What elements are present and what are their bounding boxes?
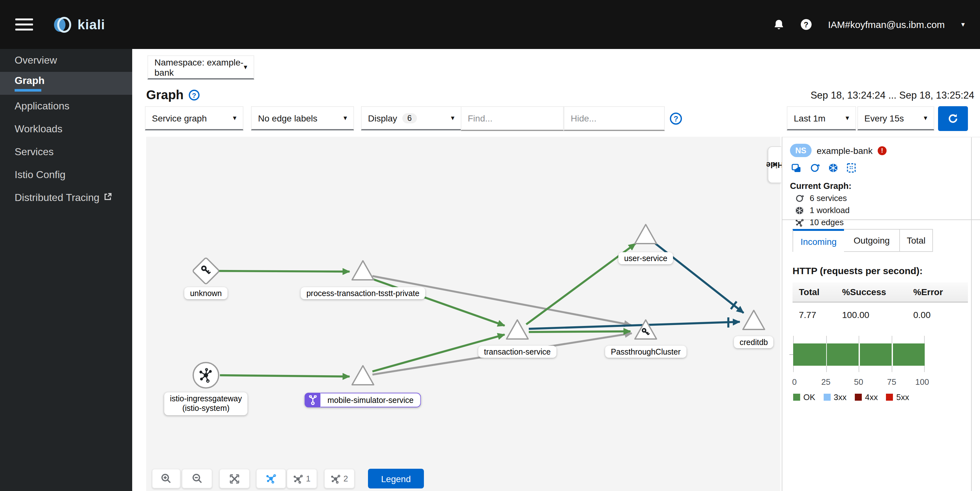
node-label-creditdb[interactable]: creditdb <box>734 336 774 348</box>
http-rps-title: HTTP (requests per second): <box>792 265 972 276</box>
layout-1-button[interactable]: 1 <box>286 469 317 488</box>
display-caret-icon: ▾ <box>451 114 454 122</box>
help-icon[interactable]: ? <box>801 19 811 30</box>
hide-panel-tab[interactable]: » Hide <box>768 146 781 183</box>
duration-dropdown[interactable]: Last 1m▾ <box>787 106 856 131</box>
summary-panel: NS example-bank ! <box>782 137 980 491</box>
graph-layout-icon <box>331 473 341 484</box>
node-istio-ingressgateway[interactable] <box>193 362 219 388</box>
sidebar-item-applications[interactable]: Applications <box>0 95 132 118</box>
time-range-label: Sep 18, 13:24:24 ... Sep 18, 13:25:24 <box>811 90 974 101</box>
page-title: Graph <box>146 88 184 102</box>
istio-config-link-icon[interactable] <box>846 163 856 175</box>
tab-total[interactable]: Total <box>900 229 933 252</box>
graph-layout-icon <box>293 473 304 484</box>
user-menu-label[interactable]: IAM#koyfman@us.ibm.com <box>828 19 945 30</box>
legend-swatch-4xx <box>855 394 862 401</box>
services-link-icon[interactable] <box>810 163 820 175</box>
display-count-badge: 6 <box>402 113 417 123</box>
node-mobile-simulator[interactable] <box>352 366 374 385</box>
node-label-process-transaction[interactable]: process-transaction-tsstt-private <box>301 287 425 299</box>
legend-swatch-5xx <box>886 394 893 401</box>
namespace-caret-icon: ▾ <box>244 63 247 71</box>
sidebar-item-distributed-tracing[interactable]: Distributed Tracing <box>0 187 132 209</box>
graph-layout-icon <box>266 473 277 484</box>
find-hide-help-icon[interactable]: ? <box>670 113 682 125</box>
edge-labels-dropdown[interactable]: No edge labels▾ <box>251 106 354 131</box>
node-creditdb[interactable] <box>743 310 765 330</box>
edge-labels-caret-icon: ▾ <box>344 114 347 122</box>
node-label-passthrough-cluster[interactable]: PassthroughCluster <box>605 346 686 358</box>
zoom-in-icon <box>161 473 172 484</box>
node-label-user-service[interactable]: user-service <box>618 252 673 264</box>
namespace-name[interactable]: example-bank <box>817 145 873 156</box>
node-label-unknown[interactable]: unknown <box>184 287 228 299</box>
service-icon <box>795 194 804 202</box>
find-input[interactable] <box>461 106 564 131</box>
layout-2-button[interactable]: 2 <box>324 469 355 488</box>
brand-text: kiali <box>78 17 105 32</box>
hide-input[interactable] <box>564 106 665 131</box>
node-transaction-service[interactable] <box>506 320 528 339</box>
legend-button[interactable]: Legend <box>368 469 424 488</box>
node-user-service[interactable] <box>635 225 657 244</box>
chart-legend: OK 3xx 4xx 5xx <box>793 392 980 402</box>
refresh-interval-caret-icon: ▾ <box>924 114 927 122</box>
fit-to-screen-button[interactable] <box>219 469 250 488</box>
tab-incoming[interactable]: Incoming <box>792 229 844 252</box>
http-traffic-bar-chart <box>793 336 925 372</box>
graph-type-caret-icon: ▾ <box>233 114 236 122</box>
node-unknown[interactable] <box>192 258 220 285</box>
error-status-icon: ! <box>878 146 886 155</box>
stat-workloads: 1 workload <box>795 206 972 215</box>
zoom-in-button[interactable] <box>152 469 180 488</box>
refresh-icon <box>948 113 958 124</box>
node-label-mobile-simulator[interactable]: mobile-simulator-service <box>305 393 422 407</box>
traffic-tabs: Incoming Outgoing Total <box>792 229 980 252</box>
value-error: 0.00 <box>907 303 968 320</box>
x-axis-ticks: 0 25 50 75 100 <box>793 377 925 387</box>
notifications-bell-icon[interactable] <box>773 19 784 30</box>
node-passthrough-cluster[interactable] <box>635 320 657 339</box>
node-label-istio-ingressgateway[interactable]: istio-ingressgateway (istio-system) <box>164 392 248 416</box>
display-dropdown[interactable]: Display 6 ▾ <box>361 106 461 131</box>
sidebar-item-istio-config[interactable]: Istio Config <box>0 163 132 187</box>
user-menu-caret-icon[interactable]: ▾ <box>961 20 965 29</box>
tab-outgoing[interactable]: Outgoing <box>844 229 900 252</box>
panel-scrollbar-gutter[interactable] <box>971 137 972 491</box>
refresh-interval-dropdown[interactable]: Every 15s▾ <box>858 106 934 131</box>
graph-help-icon[interactable]: ? <box>189 90 200 100</box>
graph-canvas[interactable]: unknown process-transaction-tsstt-privat… <box>146 137 780 491</box>
sidebar-item-services[interactable]: Services <box>0 140 132 163</box>
refresh-button[interactable] <box>938 106 968 131</box>
version-branch-icon <box>305 393 321 407</box>
masthead: kiali ? IAM#koyfman@us.ibm.com ▾ <box>0 0 980 49</box>
http-rps-table: Total %Success %Error 7.77 100.00 0.00 <box>792 282 968 320</box>
external-link-icon <box>104 192 112 204</box>
duration-caret-icon: ▾ <box>846 114 849 122</box>
node-label-transaction-service[interactable]: transaction-service <box>478 346 557 358</box>
current-graph-title: Current Graph: <box>790 181 972 191</box>
zoom-out-button[interactable] <box>182 469 212 488</box>
menu-toggle-icon[interactable] <box>15 16 33 34</box>
stat-services: 6 services <box>795 193 972 203</box>
sidebar-item-graph[interactable]: Graph <box>0 72 132 95</box>
stat-edges: 10 edges <box>795 217 972 227</box>
y-axis-tick <box>789 354 793 355</box>
layout-default-button[interactable] <box>256 469 286 488</box>
zoom-out-icon <box>192 473 202 484</box>
sidebar-item-overview[interactable]: Overview <box>0 49 132 72</box>
legend-swatch-3xx <box>824 394 830 401</box>
sidebar-item-workloads[interactable]: Workloads <box>0 118 132 140</box>
applications-link-icon[interactable] <box>791 163 802 175</box>
namespace-dropdown[interactable]: Namespace: example-bank ▾ <box>148 55 254 80</box>
graph-type-dropdown[interactable]: Service graph▾ <box>145 106 243 131</box>
sidebar-nav: Overview Graph Applications Workloads Se… <box>0 49 132 491</box>
expand-arrows-icon <box>229 473 240 484</box>
col-header-success: %Success <box>836 282 907 301</box>
namespace-summary: NS example-bank ! <box>782 137 980 220</box>
node-process-transaction[interactable] <box>352 261 374 280</box>
edges-icon <box>795 218 804 227</box>
active-underline <box>14 89 41 92</box>
workloads-link-icon[interactable] <box>828 163 838 175</box>
